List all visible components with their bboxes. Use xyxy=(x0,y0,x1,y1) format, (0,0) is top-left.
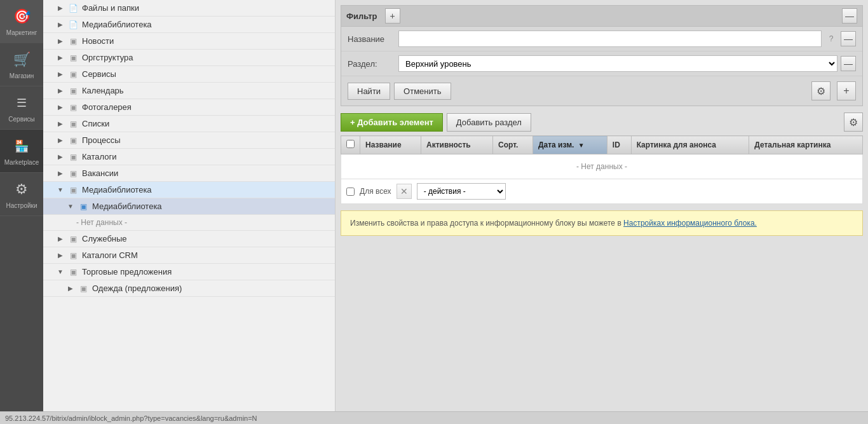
filter-label-section: Раздел: xyxy=(348,59,398,69)
arrow-services: ▶ xyxy=(56,70,65,79)
arrow-crm: ▶ xyxy=(56,251,65,260)
tree-item-calendar[interactable]: ▶ ▣ Календарь xyxy=(43,83,335,99)
tree-item-service[interactable]: ▶ ▣ Служебные xyxy=(43,231,335,247)
for-all-label: Для всех xyxy=(360,187,391,196)
arrow-catalogs: ▶ xyxy=(56,153,65,161)
tree-panel: ▶ 📄 Файлы и папки ▶ 📄 Медиабиблиотека ▶ … xyxy=(43,0,336,424)
info-link[interactable]: Настройках информационного блока. xyxy=(623,219,757,228)
arrow-photo: ▶ xyxy=(56,103,65,112)
filter-row-section: Раздел: Верхний уровень — xyxy=(341,51,862,76)
settings-icon: ⚙ xyxy=(11,179,32,200)
sidebar-item-shop[interactable]: 🛒 Магазин xyxy=(0,43,43,86)
tree-item-crm[interactable]: ▶ ▣ Каталоги CRM xyxy=(43,247,335,264)
filter-select-section[interactable]: Верхний уровень xyxy=(398,55,837,72)
label-mediabib3: Медиабиблиотека xyxy=(92,202,330,211)
filter-header: Фильтр + — xyxy=(341,6,862,27)
select-all-checkbox[interactable] xyxy=(346,140,355,148)
for-all-checkbox[interactable] xyxy=(346,188,355,196)
filter-collapse-button[interactable]: — xyxy=(842,8,857,24)
arrow-org: ▶ xyxy=(56,53,65,62)
cancel-button[interactable]: Отменить xyxy=(394,83,451,100)
sidebar-item-marketplace[interactable]: 🏪 Marketplace xyxy=(0,130,43,173)
marketplace-icon: 🏪 xyxy=(11,136,32,156)
label-org: Оргструктура xyxy=(82,53,330,62)
th-sort[interactable]: Сорт. xyxy=(492,136,532,154)
delete-selected-button[interactable]: ✕ xyxy=(397,184,412,199)
sidebar-item-services[interactable]: ☰ Сервисы xyxy=(0,86,43,130)
sidebar-item-settings[interactable]: ⚙ Настройки xyxy=(0,173,43,216)
actions-select[interactable]: - действия - xyxy=(417,183,506,200)
filter-remove-name[interactable]: — xyxy=(841,31,856,46)
info-text-before: Изменить свойства и права доступа к инфо… xyxy=(350,219,623,228)
arrow-calendar: ▶ xyxy=(56,86,65,95)
tree-item-mediabib3[interactable]: ▼ ▣ Медиабиблиотека xyxy=(43,198,335,215)
icon-trade: ▣ xyxy=(67,268,79,277)
find-button[interactable]: Найти xyxy=(348,83,390,100)
label-mediabib2: Медиабиблиотека xyxy=(82,185,330,195)
sidebar-label-services: Сервисы xyxy=(8,116,34,123)
filter-add-small-button[interactable]: + xyxy=(837,81,856,100)
label-clothes: Одежда (предложения) xyxy=(92,284,330,293)
arrow-processes: ▶ xyxy=(56,136,65,145)
sidebar-item-marketing[interactable]: 🎯 Маркетинг xyxy=(0,0,43,43)
tree-item-news[interactable]: ▶ ▣ Новости xyxy=(43,33,335,50)
filter-add-button[interactable]: + xyxy=(385,8,400,24)
icon-calendar: ▣ xyxy=(67,86,79,95)
label-photo: Фотогалерея xyxy=(82,102,330,112)
label-processes: Процессы xyxy=(82,135,330,145)
icon-crm: ▣ xyxy=(67,251,79,260)
tree-item-processes[interactable]: ▶ ▣ Процессы xyxy=(43,132,335,149)
icon-service: ▣ xyxy=(67,235,79,243)
label-mediabib1: Медиабиблиотека xyxy=(82,20,330,29)
icon-files: 📄 xyxy=(67,4,79,13)
th-checkbox xyxy=(341,136,360,154)
arrow-vacancies: ▶ xyxy=(56,169,65,178)
label-lists: Списки xyxy=(82,119,330,128)
filter-title: Фильтр xyxy=(346,11,377,21)
tree-item-lists[interactable]: ▶ ▣ Списки xyxy=(43,116,335,132)
icon-photo: ▣ xyxy=(67,103,79,112)
tree-item-org[interactable]: ▶ ▣ Оргструктура xyxy=(43,50,335,66)
tree-item-mediabib1[interactable]: ▶ 📄 Медиабиблиотека xyxy=(43,17,335,33)
icon-catalogs: ▣ xyxy=(67,153,79,161)
label-service: Служебные xyxy=(82,234,330,243)
tree-item-clothes[interactable]: ▶ ▣ Одежда (предложения) xyxy=(43,280,335,297)
no-data-cell: - Нет данных - xyxy=(341,154,863,179)
th-detail-img[interactable]: Детальная картинка xyxy=(749,136,863,154)
th-id[interactable]: ID xyxy=(607,136,631,154)
label-catalogs: Каталоги xyxy=(82,152,330,161)
th-date-label: Дата изм. xyxy=(538,140,574,149)
table-toolbar: + Добавить элемент Добавить раздел ⚙ xyxy=(341,113,863,132)
arrow-news: ▶ xyxy=(56,37,65,46)
info-block: Изменить свойства и права доступа к инфо… xyxy=(341,210,863,236)
tree-item-catalogs[interactable]: ▶ ▣ Каталоги xyxy=(43,149,335,165)
icon-vacancies: ▣ xyxy=(67,169,79,178)
tree-item-vacancies[interactable]: ▶ ▣ Вакансии xyxy=(43,165,335,182)
services-icon: ☰ xyxy=(11,93,32,113)
th-preview-img[interactable]: Картинка для анонса xyxy=(631,136,749,154)
filter-gear-button[interactable]: ⚙ xyxy=(811,81,831,100)
table-bottom: Для всех ✕ - действия - xyxy=(341,179,863,204)
icon-services: ▣ xyxy=(67,70,79,79)
th-activity[interactable]: Активность xyxy=(421,136,493,154)
table-gear-button[interactable]: ⚙ xyxy=(844,113,863,132)
filter-block: Фильтр + — Название ? — Раздел: Верхний … xyxy=(341,5,863,106)
filter-actions: Найти Отменить ⚙ + xyxy=(341,76,862,106)
th-name[interactable]: Название xyxy=(360,136,421,154)
arrow-mediabib2: ▼ xyxy=(56,186,65,195)
sidebar-label-marketplace: Marketplace xyxy=(4,159,39,166)
arrow-service: ▶ xyxy=(56,235,65,243)
tree-item-files[interactable]: ▶ 📄 Файлы и папки xyxy=(43,0,335,17)
filter-remove-section[interactable]: — xyxy=(841,56,856,71)
add-section-button[interactable]: Добавить раздел xyxy=(447,113,531,132)
add-element-button[interactable]: + Добавить элемент xyxy=(341,113,443,132)
data-table: Название Активность Сорт. Дата изм. ▼ ID… xyxy=(341,135,863,179)
filter-input-name[interactable] xyxy=(398,31,822,47)
tree-item-photo[interactable]: ▶ ▣ Фотогалерея xyxy=(43,99,335,116)
shop-icon: 🛒 xyxy=(11,50,32,70)
icon-news: ▣ xyxy=(67,37,79,46)
th-date[interactable]: Дата изм. ▼ xyxy=(532,136,607,154)
tree-item-services-tree[interactable]: ▶ ▣ Сервисы xyxy=(43,66,335,83)
tree-item-trade[interactable]: ▼ ▣ Торговые предложения xyxy=(43,264,335,280)
tree-item-mediabib2[interactable]: ▼ ▣ Медиабиблиотека xyxy=(43,182,335,198)
